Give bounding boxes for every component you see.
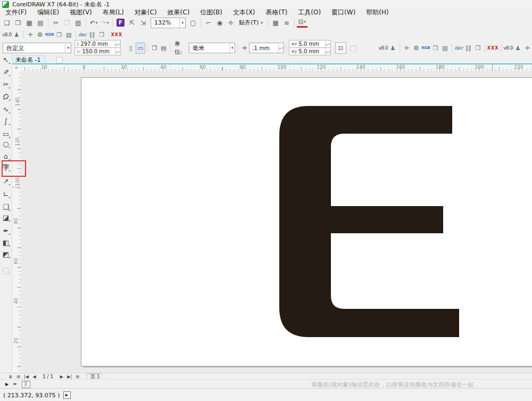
- first-page-button[interactable]: |◀: [23, 374, 29, 380]
- smart-fill-tool[interactable]: ◧: [1, 237, 11, 248]
- fullscreen-preview-icon[interactable]: ▢: [188, 18, 198, 28]
- shape-tool[interactable]: ✎: [1, 67, 11, 77]
- dropdown-caret-icon[interactable]: ▾: [107, 21, 109, 25]
- show-rulers-icon[interactable]: ⌐: [203, 18, 214, 28]
- dropdown-caret-icon[interactable]: ▾: [304, 20, 306, 24]
- menu-table[interactable]: 表格(T): [261, 8, 293, 17]
- add-page-front-button[interactable]: ⊞: [15, 374, 21, 380]
- connector-tool[interactable]: ∟: [1, 189, 11, 199]
- page-height-field[interactable]: ▭ 150.0 mm ▴▾: [74, 47, 121, 55]
- options-icon[interactable]: ▦: [270, 18, 281, 28]
- drop-shadow-tool[interactable]: ❑: [1, 201, 11, 212]
- paste-icon[interactable]: ▧: [73, 18, 84, 28]
- spin-down-icon[interactable]: ▾: [118, 50, 120, 53]
- ruler-origin-icon[interactable]: ✛: [12, 64, 21, 71]
- settings-gear-icon[interactable]: ❂: [412, 43, 421, 53]
- palette-expander-icon[interactable]: ▶: [5, 382, 9, 387]
- spin-down-icon[interactable]: ▾: [281, 46, 284, 50]
- next-page-button[interactable]: ▶: [59, 374, 64, 380]
- menu-effects[interactable]: 效果(C): [162, 8, 195, 17]
- freehand-tool[interactable]: ∿: [1, 104, 11, 114]
- height-spinner[interactable]: ▴▾: [115, 48, 120, 55]
- layers-icon[interactable]: ❒: [97, 30, 106, 39]
- paste-settings-icon[interactable]: ▧: [440, 43, 450, 53]
- page-width-field[interactable]: ▯ 297.0 mm ▴▾: [74, 40, 121, 48]
- paste-settings-icon[interactable]: ▧: [64, 30, 73, 39]
- duplicate-x-field[interactable]: ⊕x 5.0 mm ▴▾: [289, 40, 331, 48]
- zoom-level-combo[interactable]: 132% ▾: [151, 18, 186, 28]
- deck-label[interactable]: dec: [78, 30, 87, 39]
- nudge-spinner[interactable]: ▴▾: [278, 43, 284, 53]
- view-manager-icon[interactable]: ≡: [281, 18, 292, 28]
- spin-down-icon[interactable]: ▾: [118, 43, 120, 46]
- welcome-screen-icon[interactable]: ⊟▾: [297, 18, 307, 28]
- print-icon[interactable]: ▤: [35, 18, 46, 28]
- status-expand-button[interactable]: ▶: [63, 391, 71, 399]
- export-icon[interactable]: ⇲: [138, 18, 148, 28]
- navigator-grid-icon[interactable]: ≣: [7, 374, 13, 380]
- units-combo[interactable]: 毫米 ▾: [189, 43, 235, 53]
- menu-help[interactable]: 帮助(H): [361, 8, 394, 17]
- zoom-tool[interactable]: Ϙ: [1, 91, 11, 102]
- landscape-button[interactable]: ▭: [136, 43, 145, 54]
- user-permissions-icon[interactable]: ♟: [12, 30, 21, 39]
- deck-label[interactable]: dec: [454, 43, 463, 53]
- transform-icon[interactable]: ✛: [523, 43, 532, 53]
- polygon-tool[interactable]: ⌂: [1, 151, 11, 161]
- user-permissions-icon[interactable]: ♟: [388, 43, 397, 53]
- treat-as-filled-button[interactable]: ⊡: [335, 42, 346, 54]
- menu-layout[interactable]: 布局(L): [97, 8, 129, 17]
- barcode-icon[interactable]: ∥∥: [88, 30, 97, 39]
- redo-icon[interactable]: ↷▾: [99, 18, 110, 28]
- snap-to-icon[interactable]: ✛: [226, 18, 236, 28]
- cut-icon[interactable]: ✂: [51, 18, 61, 28]
- version-label[interactable]: v8.0: [503, 43, 513, 53]
- previous-page-button[interactable]: ◀: [31, 374, 37, 380]
- menu-window[interactable]: 窗口(W): [326, 8, 361, 17]
- chevron-down-icon[interactable]: ▾: [179, 18, 185, 28]
- nudge-offset-field[interactable]: .1 mm ▴▾: [249, 43, 284, 53]
- corel-connect-icon[interactable]: F: [117, 19, 124, 27]
- settings-gear-icon[interactable]: ❂: [36, 30, 45, 39]
- xxx-icon[interactable]: XXX: [111, 30, 123, 39]
- color-model-icon[interactable]: RGB: [45, 30, 54, 39]
- pick-tool[interactable]: ↖: [1, 54, 11, 65]
- crop-tool[interactable]: ✂: [1, 79, 11, 89]
- current-page-size-icon[interactable]: ▤: [159, 43, 168, 53]
- last-page-button[interactable]: ▶|: [66, 374, 72, 380]
- no-color-swatch[interactable]: ╳: [22, 381, 30, 388]
- rectangle-tool[interactable]: ▭: [1, 128, 11, 139]
- menu-tools[interactable]: 工具(O): [293, 8, 326, 17]
- menu-text[interactable]: 文本(X): [228, 8, 261, 17]
- transparency-tool[interactable]: ◪: [1, 212, 11, 223]
- snap-to-dropdown[interactable]: 贴齐(T) ▾: [236, 19, 265, 27]
- outline-tool[interactable]: ◯: [1, 265, 11, 275]
- document-tab[interactable]: 未命名 -1: [11, 55, 45, 64]
- open-icon[interactable]: ❒: [13, 18, 23, 28]
- version-label[interactable]: v8.0: [2, 30, 12, 39]
- spin-down-icon[interactable]: ▾: [328, 50, 331, 53]
- menu-edit[interactable]: 编辑(E): [32, 8, 64, 17]
- portrait-button[interactable]: ▯: [126, 43, 136, 54]
- menu-bitmaps[interactable]: 位图(B): [195, 8, 228, 17]
- duplicate-y-spinner[interactable]: ▴▾: [325, 48, 330, 55]
- transform-icon[interactable]: ✛: [402, 43, 411, 53]
- save-icon[interactable]: ▦: [24, 18, 35, 28]
- width-spinner[interactable]: ▴▾: [115, 40, 120, 47]
- eyedropper-tool[interactable]: ✒: [1, 225, 11, 236]
- barcode-icon[interactable]: ∥∥: [464, 43, 473, 53]
- add-page-back-button[interactable]: ⊞: [74, 374, 80, 380]
- show-document-grid-icon[interactable]: ◉: [214, 18, 225, 28]
- layers-icon[interactable]: ❒: [473, 43, 483, 53]
- menu-object[interactable]: 对象(C): [129, 8, 162, 17]
- copy-icon[interactable]: ❐: [62, 18, 72, 28]
- copy-settings-icon[interactable]: ❐: [431, 43, 440, 53]
- dropdown-caret-icon[interactable]: ▾: [96, 21, 98, 25]
- transform-icon[interactable]: ✛: [26, 30, 35, 39]
- chevron-down-icon[interactable]: ▾: [65, 43, 71, 53]
- menu-view[interactable]: 视图(V): [64, 8, 97, 17]
- eyedropper-icon[interactable]: ✒: [13, 381, 17, 387]
- page-preset-combo[interactable]: 自定义 ▾: [3, 43, 71, 53]
- version-label[interactable]: v8.0: [378, 43, 388, 53]
- ellipse-tool[interactable]: ○: [1, 138, 11, 149]
